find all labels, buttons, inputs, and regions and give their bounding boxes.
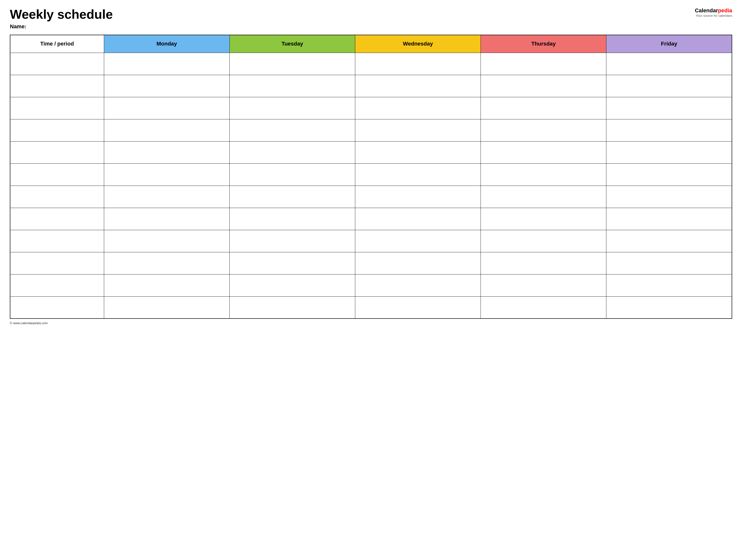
table-cell[interactable] [355, 274, 481, 296]
table-cell[interactable] [355, 252, 481, 274]
table-row [10, 163, 732, 185]
table-cell[interactable] [481, 252, 606, 274]
table-cell[interactable] [606, 230, 732, 252]
col-header-tuesday: Tuesday [229, 35, 355, 53]
table-row [10, 185, 732, 208]
table-cell[interactable] [355, 119, 481, 141]
table-row [10, 252, 732, 274]
table-cell[interactable] [229, 53, 355, 75]
table-row [10, 53, 732, 75]
table-cell[interactable] [104, 296, 229, 319]
table-cell[interactable] [481, 208, 606, 230]
logo-area: Calendarpedia Your source for calendars [695, 7, 732, 17]
table-row [10, 296, 732, 319]
table-cell[interactable] [355, 230, 481, 252]
table-cell[interactable] [229, 119, 355, 141]
table-cell[interactable] [10, 230, 104, 252]
table-cell[interactable] [481, 119, 606, 141]
table-cell[interactable] [229, 252, 355, 274]
table-cell[interactable] [104, 274, 229, 296]
table-cell[interactable] [104, 53, 229, 75]
table-cell[interactable] [606, 274, 732, 296]
table-cell[interactable] [481, 163, 606, 185]
table-cell[interactable] [10, 119, 104, 141]
table-row [10, 141, 732, 163]
table-cell[interactable] [10, 97, 104, 119]
table-cell[interactable] [229, 208, 355, 230]
table-cell[interactable] [606, 185, 732, 208]
table-row [10, 208, 732, 230]
table-cell[interactable] [355, 163, 481, 185]
table-cell[interactable] [355, 141, 481, 163]
title-area: Weekly schedule Name: [10, 7, 695, 30]
table-cell[interactable] [355, 75, 481, 97]
table-cell[interactable] [104, 252, 229, 274]
col-header-thursday: Thursday [481, 35, 606, 53]
table-cell[interactable] [10, 185, 104, 208]
table-cell[interactable] [229, 296, 355, 319]
page-header: Weekly schedule Name: Calendarpedia Your… [10, 7, 732, 30]
table-cell[interactable] [481, 141, 606, 163]
table-cell[interactable] [229, 274, 355, 296]
table-row [10, 75, 732, 97]
table-cell[interactable] [10, 208, 104, 230]
col-header-time: Time / period [10, 35, 104, 53]
table-cell[interactable] [229, 185, 355, 208]
schedule-table: Time / period Monday Tuesday Wednesday T… [10, 35, 732, 319]
table-cell[interactable] [104, 208, 229, 230]
table-cell[interactable] [229, 230, 355, 252]
table-cell[interactable] [606, 53, 732, 75]
footer: © www.calendarpedia.com [10, 321, 732, 325]
table-cell[interactable] [606, 296, 732, 319]
table-cell[interactable] [10, 252, 104, 274]
table-cell[interactable] [10, 163, 104, 185]
table-cell[interactable] [355, 97, 481, 119]
table-cell[interactable] [606, 75, 732, 97]
table-row [10, 230, 732, 252]
table-cell[interactable] [355, 296, 481, 319]
main-title: Weekly schedule [10, 7, 695, 21]
table-cell[interactable] [481, 75, 606, 97]
logo-tagline: Your source for calendars [695, 14, 732, 17]
table-cell[interactable] [104, 185, 229, 208]
table-cell[interactable] [229, 141, 355, 163]
table-cell[interactable] [229, 163, 355, 185]
table-cell[interactable] [606, 97, 732, 119]
logo-text: Calendarpedia [695, 7, 732, 14]
table-cell[interactable] [481, 97, 606, 119]
schedule-body [10, 53, 732, 319]
table-cell[interactable] [481, 53, 606, 75]
table-cell[interactable] [606, 163, 732, 185]
table-cell[interactable] [104, 163, 229, 185]
table-cell[interactable] [481, 230, 606, 252]
table-cell[interactable] [10, 53, 104, 75]
table-cell[interactable] [606, 252, 732, 274]
col-header-monday: Monday [104, 35, 229, 53]
table-cell[interactable] [104, 141, 229, 163]
table-cell[interactable] [104, 119, 229, 141]
table-cell[interactable] [481, 296, 606, 319]
table-cell[interactable] [229, 97, 355, 119]
table-cell[interactable] [355, 185, 481, 208]
table-cell[interactable] [606, 141, 732, 163]
table-cell[interactable] [481, 185, 606, 208]
table-cell[interactable] [10, 75, 104, 97]
table-cell[interactable] [104, 230, 229, 252]
col-header-wednesday: Wednesday [355, 35, 481, 53]
table-cell[interactable] [481, 274, 606, 296]
table-cell[interactable] [606, 208, 732, 230]
table-cell[interactable] [10, 274, 104, 296]
table-cell[interactable] [104, 97, 229, 119]
table-cell[interactable] [606, 119, 732, 141]
table-cell[interactable] [355, 53, 481, 75]
table-row [10, 274, 732, 296]
table-cell[interactable] [229, 75, 355, 97]
copyright-text: © www.calendarpedia.com [10, 321, 48, 325]
table-cell[interactable] [10, 296, 104, 319]
table-cell[interactable] [10, 141, 104, 163]
table-row [10, 119, 732, 141]
name-label: Name: [10, 23, 695, 30]
table-cell[interactable] [104, 75, 229, 97]
table-cell[interactable] [355, 208, 481, 230]
logo-pedia: pedia [718, 7, 732, 13]
